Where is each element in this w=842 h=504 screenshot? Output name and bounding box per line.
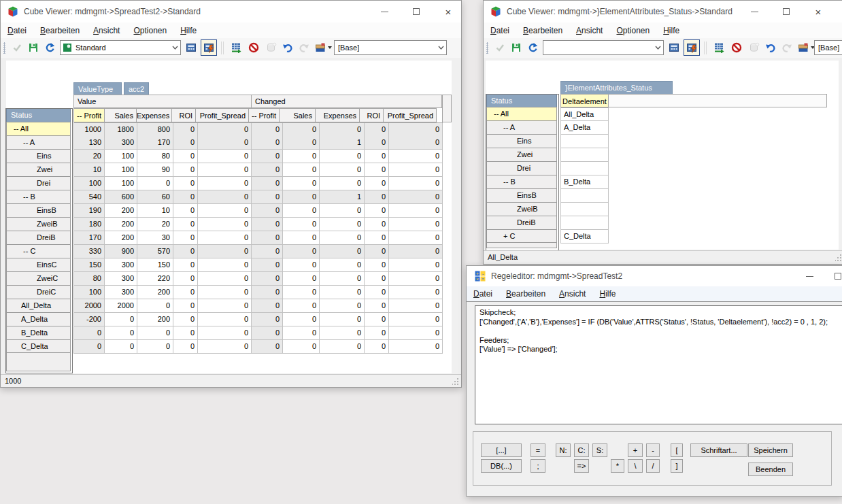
row-header[interactable]: Zwei [486, 148, 557, 162]
data-cell[interactable]: 300 [105, 272, 137, 286]
data-cell[interactable]: 0 [320, 163, 365, 177]
save-view-button[interactable] [508, 39, 524, 56]
data-cell[interactable]: 30 [137, 231, 173, 245]
attribute-cell[interactable] [560, 216, 609, 230]
data-cell[interactable]: 0 [283, 286, 320, 299]
column-header[interactable]: Profit_Spread [383, 108, 437, 122]
data-cell[interactable]: 0 [365, 286, 389, 299]
data-cell[interactable]: 0 [320, 286, 365, 299]
row-header[interactable]: B_Delta [6, 326, 71, 340]
data-cell[interactable]: 0 [198, 272, 252, 286]
data-cell[interactable]: 0 [198, 299, 252, 313]
attribute-cell[interactable] [560, 189, 609, 203]
rule-button-[interactable]: [ [671, 443, 683, 457]
data-cell[interactable]: 2000 [105, 299, 137, 313]
data-cell[interactable]: 0 [389, 231, 443, 245]
data-cell[interactable]: 0 [252, 286, 283, 299]
data-cell[interactable]: 0 [365, 190, 389, 204]
data-cell[interactable]: 0 [173, 286, 198, 299]
data-cell[interactable]: 0 [105, 313, 137, 326]
save-view-button[interactable] [25, 39, 41, 56]
menu-bearbeiten[interactable]: Bearbeiten [499, 287, 552, 301]
data-cell[interactable]: 1 [320, 136, 365, 150]
data-cell[interactable]: 0 [320, 258, 365, 272]
data-cell[interactable]: 0 [365, 258, 389, 272]
data-cell[interactable]: 570 [137, 245, 173, 258]
data-cell[interactable]: 0 [365, 136, 389, 150]
data-cell[interactable]: 0 [283, 204, 320, 218]
column-header[interactable]: Sales [279, 108, 316, 122]
data-cell[interactable]: 0 [198, 150, 252, 163]
data-cell[interactable]: 0 [365, 218, 389, 231]
data-cell[interactable]: 0 [252, 204, 283, 218]
data-cell[interactable]: 0 [173, 299, 198, 313]
data-cell[interactable]: 0 [173, 326, 198, 340]
data-cell[interactable]: 0 [283, 190, 320, 204]
menu-datei[interactable]: Datei [467, 287, 499, 301]
data-cell[interactable]: 0 [252, 340, 283, 354]
column-header[interactable]: Profit_Spread [195, 108, 249, 122]
data-cell[interactable]: 0 [320, 299, 365, 313]
data-cell[interactable]: 800 [137, 123, 173, 137]
auto-recalculate-button[interactable] [201, 39, 217, 56]
data-cell[interactable]: 0 [137, 299, 173, 313]
data-cell[interactable]: 0 [252, 326, 283, 340]
row-header[interactable]: Eins [6, 149, 71, 163]
data-cell[interactable]: 0 [389, 163, 443, 177]
data-cell[interactable]: 0 [105, 326, 137, 340]
row-header[interactable]: C_Delta [6, 339, 71, 354]
row-header[interactable]: ZweiB [6, 217, 71, 231]
row-header[interactable]: EinsC [6, 258, 71, 272]
toolbar-grip[interactable] [3, 42, 5, 54]
row-header[interactable]: All_Delta [6, 299, 71, 313]
data-cell[interactable]: 0 [198, 245, 252, 258]
data-cell[interactable]: 10 [137, 204, 173, 218]
data-cell[interactable]: 200 [105, 204, 137, 218]
column-header[interactable]: -- Profit [248, 108, 280, 122]
data-cell[interactable]: 0 [283, 245, 320, 258]
rule-button-[interactable]: ; [531, 459, 545, 473]
data-cell[interactable]: 0 [320, 177, 365, 190]
data-cell[interactable]: 0 [252, 299, 283, 313]
snapshot-button[interactable] [746, 39, 762, 56]
data-cell[interactable]: 0 [389, 136, 443, 150]
close-button[interactable]: × [809, 1, 828, 22]
data-cell[interactable]: 0 [198, 326, 252, 340]
data-cell[interactable]: 0 [365, 177, 389, 190]
close-button[interactable]: × [439, 1, 458, 22]
attribute-cell[interactable]: C_Delta [560, 230, 609, 243]
column-group-value[interactable]: Value [73, 95, 252, 108]
row-header[interactable]: A_Delta [6, 312, 71, 326]
data-cell[interactable]: 0 [74, 340, 105, 354]
attribute-cell[interactable] [560, 203, 609, 216]
data-cell[interactable]: 90 [137, 163, 173, 177]
data-cell[interactable]: 0 [252, 136, 283, 150]
data-cell[interactable]: 190 [74, 204, 105, 218]
data-cell[interactable]: 0 [252, 245, 283, 258]
data-cell[interactable]: 0 [173, 231, 198, 245]
menu-optionen[interactable]: Optionen [127, 24, 173, 37]
data-cell[interactable]: 0 [173, 163, 198, 177]
attribute-cell[interactable] [560, 162, 609, 175]
data-cell[interactable]: 0 [198, 163, 252, 177]
data-cell[interactable]: 200 [137, 286, 173, 299]
data-cell[interactable]: 0 [283, 272, 320, 286]
data-cell[interactable]: 0 [283, 340, 320, 354]
row-header[interactable]: Drei [6, 176, 71, 190]
data-cell[interactable]: 0 [320, 204, 365, 218]
rule-button-[interactable]: * [611, 459, 624, 473]
attribute-cell[interactable] [560, 135, 609, 148]
data-cell[interactable]: 0 [198, 258, 252, 272]
column-header[interactable]: Expenses [136, 108, 172, 122]
data-cell[interactable]: 180 [74, 218, 105, 231]
row-header[interactable]: DreiB [486, 216, 557, 230]
data-cell[interactable]: 0 [173, 204, 198, 218]
maximize-button[interactable] [407, 1, 426, 22]
data-cell[interactable]: 0 [389, 313, 443, 326]
data-cell[interactable]: 0 [365, 123, 389, 137]
menu-ansicht[interactable]: Ansicht [552, 287, 592, 301]
data-cell[interactable]: 0 [320, 123, 365, 137]
refresh-button[interactable] [41, 39, 58, 56]
rule-button-n[interactable]: N: [556, 443, 571, 457]
data-cell[interactable]: 10 [74, 163, 105, 177]
